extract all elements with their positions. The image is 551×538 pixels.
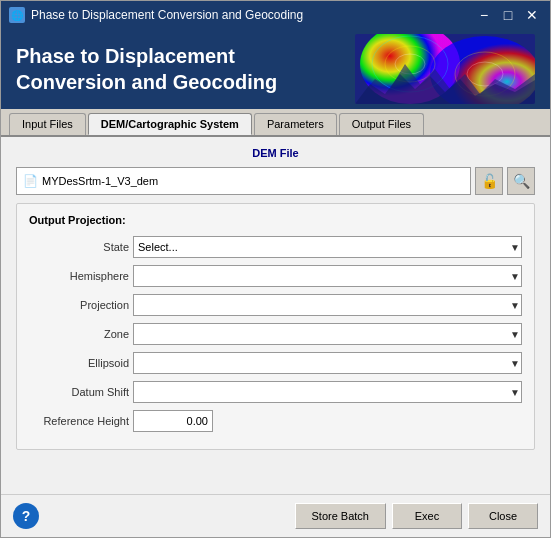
output-projection-group: Output Projection: State Select... Alaba… — [16, 203, 535, 450]
ellipsoid-select-wrapper: WGS84 GRS80 Clarke 1866 ▼ — [133, 352, 522, 374]
window-title: Phase to Displacement Conversion and Geo… — [31, 8, 303, 22]
state-label: State — [29, 241, 129, 253]
tab-input-files[interactable]: Input Files — [9, 113, 86, 135]
tab-output-files[interactable]: Output Files — [339, 113, 424, 135]
content-area: DEM File 📄 MYDesSrtm-1_V3_dem 🔓 🔍 Output… — [1, 137, 550, 494]
header-banner: Phase to Displacement Conversion and Geo… — [1, 29, 550, 109]
hemisphere-row: Hemisphere North South ▼ — [29, 265, 522, 287]
main-window: 🌐 Phase to Displacement Conversion and G… — [0, 0, 551, 538]
dem-open-button[interactable]: 🔓 — [475, 167, 503, 195]
hemisphere-label: Hemisphere — [29, 270, 129, 282]
header-title-line1: Phase to Displacement — [16, 45, 235, 67]
header-image — [355, 34, 535, 104]
dem-file-box: 📄 MYDesSrtm-1_V3_dem — [16, 167, 471, 195]
ref-height-row: Reference Height — [29, 410, 522, 432]
datum-shift-select[interactable]: WGS84 NAD27 NAD83 — [133, 381, 522, 403]
header-title-line2: Conversion and Geocoding — [16, 71, 277, 93]
projection-row: Projection UTM Lambert Albers Mercator ▼ — [29, 294, 522, 316]
header-visualization — [355, 34, 535, 104]
zone-select-wrapper: 1 2 3 4 5 ▼ — [133, 323, 522, 345]
app-icon: 🌐 — [9, 7, 25, 23]
hemisphere-select[interactable]: North South — [133, 265, 522, 287]
store-batch-button[interactable]: Store Batch — [295, 503, 386, 529]
bottom-bar: ? Store Batch Exec Close — [1, 494, 550, 537]
state-select[interactable]: Select... Alabama Alaska California New … — [133, 236, 522, 258]
ref-height-input[interactable] — [133, 410, 213, 432]
projection-select-wrapper: UTM Lambert Albers Mercator ▼ — [133, 294, 522, 316]
zone-label: Zone — [29, 328, 129, 340]
ref-height-label: Reference Height — [29, 415, 129, 427]
ellipsoid-row: Ellipsoid WGS84 GRS80 Clarke 1866 ▼ — [29, 352, 522, 374]
maximize-button[interactable]: □ — [498, 5, 518, 25]
bottom-buttons-group: Store Batch Exec Close — [295, 503, 538, 529]
ellipsoid-select[interactable]: WGS84 GRS80 Clarke 1866 — [133, 352, 522, 374]
tabs-row: Input Files DEM/Cartographic System Para… — [1, 109, 550, 137]
exec-button[interactable]: Exec — [392, 503, 462, 529]
dem-section-label: DEM File — [16, 147, 535, 159]
output-projection-title: Output Projection: — [29, 214, 522, 226]
projection-label: Projection — [29, 299, 129, 311]
header-title: Phase to Displacement Conversion and Geo… — [16, 43, 277, 95]
dem-search-button[interactable]: 🔍 — [507, 167, 535, 195]
help-button[interactable]: ? — [13, 503, 39, 529]
title-bar: 🌐 Phase to Displacement Conversion and G… — [1, 1, 550, 29]
ellipsoid-label: Ellipsoid — [29, 357, 129, 369]
datum-shift-label: Datum Shift — [29, 386, 129, 398]
dem-file-value: MYDesSrtm-1_V3_dem — [42, 175, 158, 187]
hemisphere-select-wrapper: North South ▼ — [133, 265, 522, 287]
zone-row: Zone 1 2 3 4 5 ▼ — [29, 323, 522, 345]
datum-shift-row: Datum Shift WGS84 NAD27 NAD83 ▼ — [29, 381, 522, 403]
file-input-row: 📄 MYDesSrtm-1_V3_dem 🔓 🔍 — [16, 167, 535, 195]
state-row: State Select... Alabama Alaska Californi… — [29, 236, 522, 258]
close-button-bottom[interactable]: Close — [468, 503, 538, 529]
close-button[interactable]: ✕ — [522, 5, 542, 25]
file-tree-icon: 📄 — [23, 174, 38, 188]
tab-parameters[interactable]: Parameters — [254, 113, 337, 135]
title-bar-left: 🌐 Phase to Displacement Conversion and G… — [9, 7, 303, 23]
state-select-wrapper: Select... Alabama Alaska California New … — [133, 236, 522, 258]
tab-dem-cartographic[interactable]: DEM/Cartographic System — [88, 113, 252, 135]
title-bar-controls: − □ ✕ — [474, 5, 542, 25]
zone-select[interactable]: 1 2 3 4 5 — [133, 323, 522, 345]
minimize-button[interactable]: − — [474, 5, 494, 25]
datum-shift-select-wrapper: WGS84 NAD27 NAD83 ▼ — [133, 381, 522, 403]
projection-select[interactable]: UTM Lambert Albers Mercator — [133, 294, 522, 316]
